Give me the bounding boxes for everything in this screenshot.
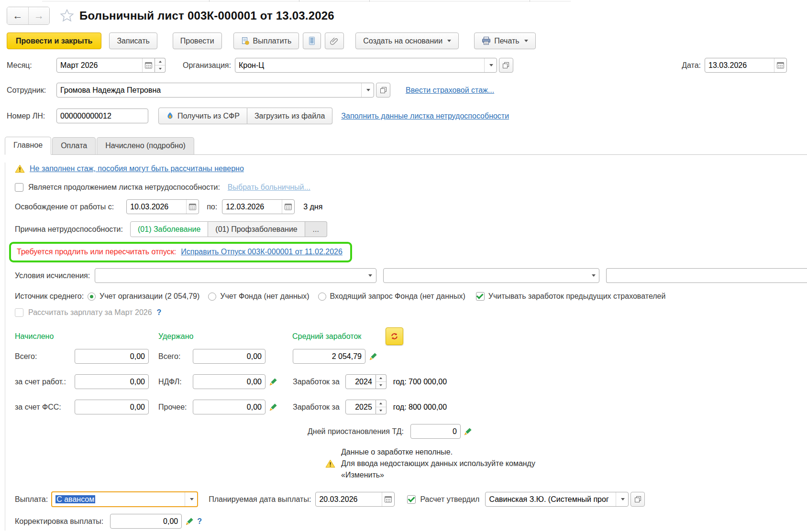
reason-option-illness[interactable]: (01) Заболевание <box>130 221 208 237</box>
ndfl-field[interactable]: 0,00 <box>193 374 265 389</box>
month-field[interactable]: Март 2026 <box>56 58 155 73</box>
organization-choose-button[interactable] <box>499 58 513 73</box>
calendar-icon[interactable] <box>774 58 786 72</box>
step-down-icon[interactable] <box>376 381 386 389</box>
edit-suspension-pencil-icon[interactable] <box>461 427 476 436</box>
back-button[interactable]: ← <box>7 7 28 24</box>
choose-sick-leave-link[interactable]: Выбрать больничный... <box>228 183 310 192</box>
fix-vacation-link[interactable]: Исправить Отпуск 003К-000001 от 11.02.20… <box>181 248 343 256</box>
organization-field[interactable]: Крон-Ц <box>235 58 497 73</box>
calc-approved-checkbox[interactable] <box>407 495 416 504</box>
payout-select[interactable]: С авансом <box>51 491 198 507</box>
condition-select-2[interactable] <box>383 268 599 283</box>
post-and-close-label: Провести и закрыть <box>16 37 92 45</box>
warning-triangle-icon <box>325 459 335 468</box>
ln-number-field[interactable]: 000000000012 <box>56 109 148 123</box>
fss-value: 0,00 <box>78 403 148 412</box>
save-button[interactable]: Записать <box>109 33 157 49</box>
create-based-on-label: Создать на основании <box>363 37 442 45</box>
year2-field[interactable]: 2025 <box>345 400 376 414</box>
recalculate-button[interactable] <box>386 327 403 345</box>
reason-option-occupational[interactable]: (01) Профзаболевание <box>208 221 305 237</box>
edit-ndfl-pencil-icon[interactable] <box>265 377 281 386</box>
employee-choose-button[interactable] <box>376 83 390 98</box>
tab-main[interactable]: Главное <box>5 137 51 155</box>
avg-earnings-value: 2 054,79 <box>297 352 365 361</box>
register-records-button[interactable] <box>303 33 321 49</box>
forward-button[interactable]: → <box>28 7 49 24</box>
edit-avg-earnings-pencil-icon[interactable] <box>365 352 381 361</box>
source-fund-radio[interactable] <box>208 293 216 301</box>
calc-salary-checkbox[interactable] <box>15 308 23 317</box>
employee-value: Громова Надежда Петровна <box>60 86 361 95</box>
condition-select-3[interactable] <box>606 268 807 283</box>
payout-label: Выплата: <box>15 495 48 504</box>
condition-select-1[interactable] <box>95 268 376 283</box>
step-up-icon[interactable] <box>155 58 165 65</box>
payout-button[interactable]: Выплатить <box>233 33 299 49</box>
tab-payment[interactable]: Оплата <box>52 137 96 154</box>
calendar-icon[interactable] <box>186 200 199 214</box>
dropdown-arrow-icon[interactable] <box>616 492 628 506</box>
enter-insurance-experience-link[interactable]: Ввести страховой стаж... <box>406 86 494 95</box>
continuation-checkbox[interactable] <box>15 183 23 192</box>
withheld-total-field[interactable]: 0,00 <box>193 349 265 364</box>
load-from-file-button[interactable]: Загрузить из файла <box>247 108 332 124</box>
reason-more-button[interactable]: ... <box>305 221 327 237</box>
attachments-button[interactable] <box>325 33 344 49</box>
incomplete-warning-line-2: Для ввода недостающих данных используйте… <box>341 458 535 469</box>
planned-date-field[interactable]: 20.03.2026 <box>315 492 395 507</box>
fill-sick-sheet-data-link[interactable]: Заполнить данные листка нетрудоспособнос… <box>341 112 509 120</box>
year1-field[interactable]: 2024 <box>345 374 376 389</box>
accrued-total-field[interactable]: 0,00 <box>75 349 149 364</box>
employer-field[interactable]: 0,00 <box>75 374 149 389</box>
payout-icon <box>241 37 250 45</box>
dropdown-arrow-icon[interactable] <box>586 269 599 282</box>
experience-warning-link[interactable]: Не заполнен стаж, пособия могут быть рас… <box>30 164 244 173</box>
approved-by-field[interactable]: Савинская З.Ю. (Системный прог <box>485 492 629 507</box>
source-incoming-radio[interactable] <box>318 293 326 301</box>
tab-accrued-detail[interactable]: Начислено (подробно) <box>97 137 194 154</box>
step-down-icon[interactable] <box>155 65 165 72</box>
dropdown-arrow-icon[interactable] <box>484 58 497 72</box>
dropdown-arrow-icon[interactable] <box>361 83 374 97</box>
source-org-radio[interactable] <box>88 293 96 301</box>
avg-earnings-field[interactable]: 2 054,79 <box>293 349 365 364</box>
edit-correction-pencil-icon[interactable] <box>182 517 197 526</box>
incomplete-warning-text: Данные о заработке неполные. Для ввода н… <box>341 446 535 481</box>
avg-earnings-header: Средний заработок <box>292 332 374 341</box>
other-field[interactable]: 0,00 <box>193 400 265 414</box>
favorite-star-icon[interactable] <box>59 8 75 23</box>
release-from-field[interactable]: 10.03.2026 <box>126 199 199 214</box>
approved-by-choose-button[interactable] <box>630 492 645 507</box>
correction-field[interactable]: 0,00 <box>110 514 182 529</box>
calendar-icon[interactable] <box>382 492 394 506</box>
prev-insurers-checkbox[interactable] <box>476 292 485 301</box>
release-to-field[interactable]: 12.03.2026 <box>222 199 295 214</box>
accrued-header: Начислено <box>15 332 158 341</box>
get-from-sfr-button[interactable]: Получить из СФР <box>158 108 247 124</box>
employee-field[interactable]: Громова Надежда Петровна <box>56 83 374 98</box>
calc-salary-help-icon[interactable]: ? <box>157 308 162 317</box>
post-button[interactable]: Провести <box>173 33 222 49</box>
year2-stepper[interactable] <box>376 400 387 414</box>
print-button[interactable]: Печать <box>474 33 535 49</box>
date-field[interactable]: 13.03.2026 <box>705 58 787 73</box>
dropdown-arrow-icon[interactable] <box>185 492 197 506</box>
correction-help-icon[interactable]: ? <box>197 517 202 526</box>
month-stepper[interactable] <box>155 58 166 73</box>
year1-total: год: 700 000,00 <box>393 378 447 386</box>
suspension-field[interactable]: 0 <box>410 424 461 439</box>
step-up-icon[interactable] <box>376 400 386 407</box>
other-value: 0,00 <box>197 403 265 412</box>
edit-other-pencil-icon[interactable] <box>265 402 281 412</box>
step-down-icon[interactable] <box>376 407 386 414</box>
dropdown-arrow-icon[interactable] <box>364 269 376 282</box>
fss-field[interactable]: 0,00 <box>75 400 149 414</box>
calendar-icon[interactable] <box>142 58 155 72</box>
create-based-on-button[interactable]: Создать на основании <box>355 33 459 49</box>
step-up-icon[interactable] <box>376 375 386 381</box>
calendar-icon[interactable] <box>282 200 294 214</box>
year1-stepper[interactable] <box>376 374 387 389</box>
post-and-close-button[interactable]: Провести и закрыть <box>7 33 101 49</box>
